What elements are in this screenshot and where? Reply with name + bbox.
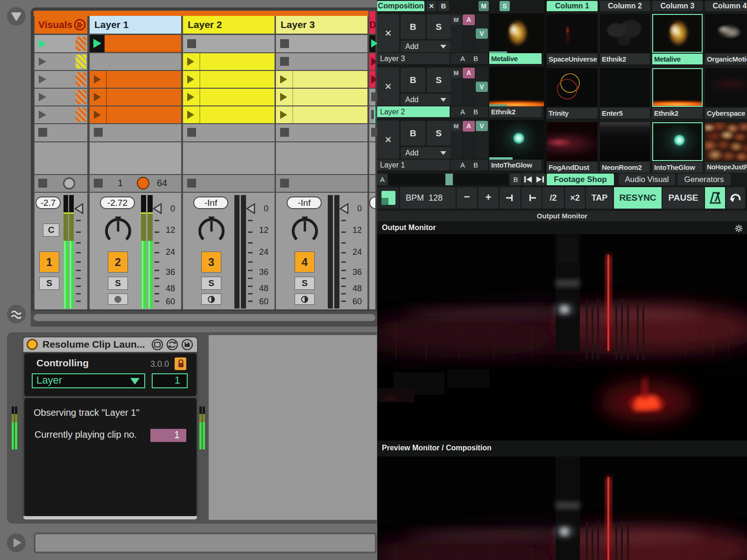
svg-text:60: 60	[352, 297, 362, 306]
svg-text:36: 36	[259, 267, 268, 277]
svg-text:24: 24	[259, 247, 268, 257]
svg-text:12: 12	[166, 225, 175, 235]
svg-text:36: 36	[352, 267, 362, 277]
svg-text:24: 24	[352, 247, 362, 257]
svg-text:48: 48	[259, 284, 268, 293]
svg-text:60: 60	[166, 297, 175, 306]
svg-text:36: 36	[166, 267, 175, 277]
svg-text:48: 48	[166, 284, 175, 293]
svg-text:60: 60	[259, 297, 268, 306]
svg-text:0: 0	[264, 204, 268, 213]
svg-text:0: 0	[170, 204, 175, 213]
svg-text:0: 0	[357, 204, 362, 213]
svg-text:12: 12	[352, 225, 362, 235]
svg-text:24: 24	[166, 247, 175, 257]
svg-text:12: 12	[259, 225, 268, 235]
svg-text:48: 48	[352, 284, 362, 293]
